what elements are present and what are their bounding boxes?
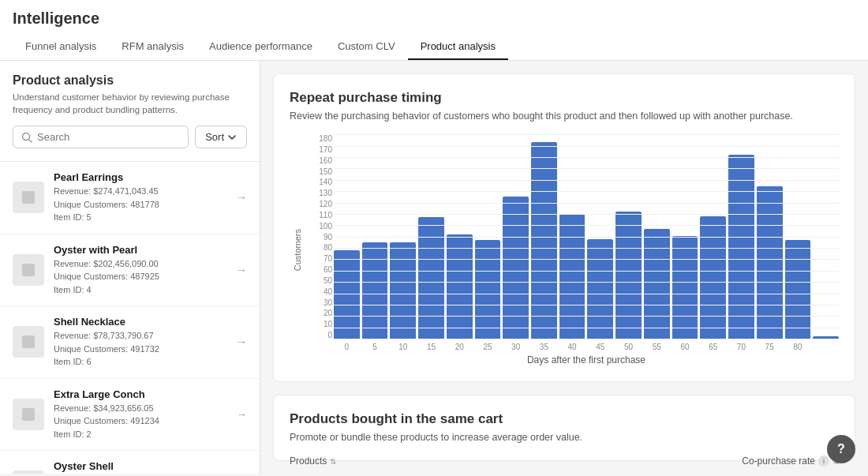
arrow-icon: → [236, 191, 247, 204]
x-tick: 65 [700, 343, 726, 351]
chart-bar[interactable] [559, 214, 586, 339]
chart-bar[interactable] [644, 229, 670, 339]
product-name: Oyster with Pearl [54, 244, 226, 256]
chart-bar[interactable] [334, 250, 360, 339]
x-tick [813, 343, 839, 351]
nav-tab-clv[interactable]: Custom CLV [325, 34, 408, 60]
sidebar-description: Understand customer behavior by reviewin… [13, 91, 247, 116]
svg-rect-4 [22, 335, 35, 348]
y-tick: 50 [309, 276, 332, 285]
chart-bar[interactable] [672, 236, 698, 339]
y-tick: 90 [309, 233, 332, 242]
nav-tab-product[interactable]: Product analysis [408, 34, 508, 60]
product-thumbnail [13, 470, 44, 474]
list-item[interactable]: Oyster with Pearl Revenue: $202,456,090.… [0, 234, 260, 307]
x-tick: 45 [587, 343, 613, 351]
x-axis-labels: 05101520253035404550556065707580 [309, 343, 839, 351]
bottom-card-title: Products bought in the same cart [290, 411, 839, 427]
x-tick: 70 [728, 343, 754, 351]
product-customers: Unique Customers: 491732 [54, 343, 226, 356]
product-thumbnail [13, 399, 44, 430]
y-tick: 180 [309, 134, 332, 143]
x-tick: 15 [418, 343, 444, 351]
product-icon [19, 332, 38, 351]
product-revenue: Revenue: $274,471,043.45 [54, 185, 226, 198]
nav-tab-rfm[interactable]: RFM analysis [109, 34, 196, 60]
arrow-icon: → [236, 408, 247, 421]
app-header: Intelligence Funnel analysisRFM analysis… [0, 0, 868, 61]
nav-tab-audience[interactable]: Audience performance [196, 34, 325, 60]
chart-content: 0102030405060708090100110120130140150160… [309, 134, 839, 365]
chart-bar[interactable] [447, 234, 473, 339]
y-tick: 80 [309, 243, 332, 252]
product-name: Pearl Earrings [54, 171, 226, 183]
main-layout: Product analysis Understand customer beh… [0, 61, 868, 474]
product-info: Pearl Earrings Revenue: $274,471,043.45 … [54, 171, 226, 224]
sort-button[interactable]: Sort [195, 126, 247, 148]
chart-bar[interactable] [418, 217, 444, 339]
x-tick: 0 [334, 343, 360, 351]
nav-tab-funnel[interactable]: Funnel analysis [13, 34, 109, 60]
search-box [13, 126, 189, 148]
x-tick: 80 [785, 343, 811, 351]
arrow-icon: → [236, 264, 247, 276]
bars-container: 0102030405060708090100110120130140150160… [309, 134, 839, 339]
product-info: Oyster Shell Revenue: $14,765,965.00 Uni… [54, 460, 226, 474]
product-item-id: Item ID: 6 [54, 355, 226, 369]
products-sort-icon[interactable]: ⇅ [330, 457, 336, 466]
list-item[interactable]: Oyster Shell Revenue: $14,765,965.00 Uni… [0, 451, 260, 474]
chart-bar[interactable] [813, 336, 839, 339]
y-tick: 10 [309, 320, 332, 328]
chart-bar[interactable] [475, 240, 501, 339]
help-button[interactable]: ? [827, 435, 855, 463]
app-title: Intelligence [13, 9, 855, 28]
svg-rect-3 [22, 264, 35, 276]
product-customers: Unique Customers: 491234 [54, 414, 226, 428]
chart-bar[interactable] [587, 239, 613, 339]
search-icon [21, 132, 32, 143]
y-tick: 60 [309, 265, 332, 274]
arrow-icon: → [236, 335, 247, 348]
y-tick: 120 [309, 200, 332, 208]
sidebar-title: Product analysis [13, 73, 247, 88]
chart-bar[interactable] [362, 242, 388, 339]
list-item[interactable]: Pearl Earrings Revenue: $274,471,043.45 … [0, 162, 260, 234]
x-tick: 5 [362, 343, 388, 351]
chart-bar[interactable] [757, 186, 783, 339]
y-tick: 140 [309, 178, 332, 186]
product-customers: Unique Customers: 487925 [54, 270, 226, 283]
sidebar: Product analysis Understand customer beh… [0, 61, 260, 474]
x-tick: 40 [559, 343, 586, 351]
y-tick: 150 [309, 167, 332, 176]
chart-bar[interactable] [785, 240, 811, 339]
chart-bar[interactable] [503, 197, 529, 339]
product-name: Oyster Shell [54, 460, 226, 472]
bottom-card-description: Promote or bundle these products to incr… [290, 432, 839, 443]
search-input[interactable] [37, 131, 180, 143]
product-info: Oyster with Pearl Revenue: $202,456,090.… [54, 244, 226, 297]
y-tick: 110 [309, 211, 332, 219]
info-icon[interactable]: i [818, 455, 829, 467]
chart-bar[interactable] [615, 212, 642, 339]
product-revenue: Revenue: $202,456,090.00 [54, 257, 226, 271]
product-list: Pearl Earrings Revenue: $274,471,043.45 … [0, 162, 260, 474]
x-tick: 60 [672, 343, 698, 351]
chart-bar[interactable] [728, 155, 754, 339]
chart-bar[interactable] [700, 216, 726, 339]
repeat-purchase-card: Repeat purchase timing Review the purcha… [273, 73, 855, 382]
svg-rect-5 [22, 408, 35, 421]
co-purchase-column-header: Co-purchase rate i ⇅ [742, 455, 839, 467]
list-item[interactable]: Extra Large Conch Revenue: $34,923,656.0… [0, 379, 260, 452]
x-tick: 55 [644, 343, 670, 351]
product-thumbnail [13, 326, 44, 358]
y-tick: 0 [309, 331, 332, 339]
list-item[interactable]: Shell Necklace Revenue: $78,733,790.67 U… [0, 306, 260, 379]
x-tick: 50 [615, 343, 642, 351]
product-thumbnail [13, 182, 44, 213]
y-tick: 160 [309, 156, 332, 165]
product-icon [19, 405, 38, 424]
chevron-down-icon [227, 133, 237, 142]
chart-bar[interactable] [531, 142, 557, 339]
chart-bar[interactable] [390, 242, 416, 339]
product-icon [19, 260, 38, 279]
